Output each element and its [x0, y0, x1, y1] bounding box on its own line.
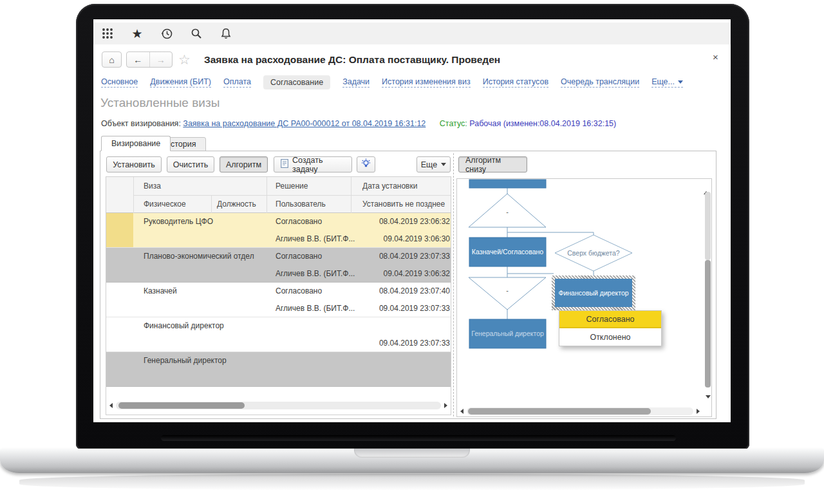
- document-icon: [281, 159, 288, 170]
- section-heading: Установленные визы: [100, 96, 220, 110]
- table-row[interactable]: Генеральный директор: [106, 352, 451, 387]
- app-toolbar: ★: [93, 23, 731, 44]
- nav-link-ochered[interactable]: Очередь трансляции: [561, 77, 639, 88]
- menu-item-rejected[interactable]: Отклонено: [559, 328, 661, 346]
- nav-link-oplata[interactable]: Оплата: [223, 77, 251, 88]
- set-visa-button[interactable]: Установить: [106, 156, 162, 173]
- tab-vizirovanie[interactable]: Визирование: [101, 136, 171, 151]
- object-link[interactable]: Заявка на расходование ДС РА00-000012 от…: [183, 119, 426, 128]
- nav-link-osnovnoe[interactable]: Основное: [101, 77, 138, 88]
- lamp-icon: [361, 158, 371, 171]
- search-icon[interactable]: [190, 27, 203, 40]
- flow-node-top[interactable]: [469, 180, 546, 188]
- flowchart-vertical-scrollbar[interactable]: [704, 180, 712, 402]
- over-budget-label: Сверх бюджета?: [567, 249, 620, 257]
- hint-lamp-button[interactable]: [357, 156, 375, 173]
- back-button[interactable]: ←: [127, 52, 150, 67]
- close-icon[interactable]: ×: [713, 51, 718, 62]
- laptop-mockup: ★: [0, 0, 824, 504]
- status-label: Статус:: [440, 119, 467, 128]
- scroll-thumb[interactable]: [118, 402, 245, 409]
- screen: ★: [93, 19, 731, 422]
- forward-arrow-icon: →: [156, 55, 165, 65]
- nav-link-more[interactable]: Еще...: [651, 77, 683, 88]
- table-row[interactable]: Финансовый директор 09.04.2019 23:07:33: [106, 317, 451, 352]
- menu-grid-icon[interactable]: [101, 27, 114, 40]
- create-task-button[interactable]: Создать задачу: [274, 156, 352, 173]
- col-person: Физическое: [144, 195, 186, 213]
- condition-minus-label: -: [506, 286, 509, 294]
- menu-item-approved[interactable]: Согласовано: [559, 311, 661, 328]
- algorithm-button[interactable]: Алгоритм: [220, 156, 268, 173]
- scroll-right-icon[interactable]: [444, 403, 447, 408]
- col-date-set: Дата установки: [362, 177, 417, 195]
- algorithm-bottom-button[interactable]: Алгоритм снизу: [458, 156, 527, 173]
- treasurer-label: Казначей/Согласовано: [472, 248, 543, 256]
- nav-link-zadachi[interactable]: Задачи: [342, 77, 370, 88]
- scroll-left-icon[interactable]: [460, 409, 464, 414]
- object-row: Объект визирования: Заявка на расходован…: [101, 119, 616, 128]
- nav-link-dvizheniya[interactable]: Движения (БИТ): [150, 77, 211, 88]
- nav-link-istoriya-viz[interactable]: История изменения виз: [382, 77, 471, 88]
- home-icon: ⌂: [109, 55, 114, 65]
- table-horizontal-scrollbar[interactable]: [106, 400, 451, 410]
- object-label: Объект визирования:: [101, 119, 181, 128]
- laptop-reflection: [19, 474, 805, 490]
- forward-button[interactable]: →: [150, 52, 173, 67]
- table-row[interactable]: Казначей Согласовано 08.04.2019 23:07:40…: [106, 283, 451, 317]
- history-nav-buttons: ← →: [126, 51, 173, 68]
- col-position: Должность: [217, 195, 256, 213]
- flowchart-horizontal-scrollbar[interactable]: [457, 406, 703, 416]
- scroll-down-icon[interactable]: [706, 395, 711, 398]
- visa-table: Виза Решение Дата установки Физическое Д…: [106, 176, 451, 415]
- col-user: Пользователь: [276, 195, 326, 213]
- scroll-thumb[interactable]: [468, 408, 651, 415]
- flow-node-fin-director-selected[interactable]: Финансовый директор: [552, 275, 635, 310]
- nav-link-istoriya-statusov[interactable]: История статусов: [483, 77, 548, 88]
- page-title: Заявка на расходование ДС: Оплата постав…: [204, 54, 500, 66]
- table-row[interactable]: Планово-экономический отдел Согласовано …: [106, 248, 451, 283]
- section-nav: Основное Движения (БИТ) Оплата Согласова…: [101, 75, 683, 89]
- gen-director-label: Генеральный директор: [471, 330, 544, 337]
- status-value: Рабочая (изменен:08.04.2019 16:32:15): [469, 119, 616, 128]
- scroll-left-icon[interactable]: [109, 403, 113, 408]
- favorite-toggle-icon[interactable]: ☆: [178, 52, 191, 68]
- col-deadline: Установить не позднее: [362, 195, 445, 213]
- decision-context-menu: Согласовано Отклонено: [559, 310, 662, 346]
- chevron-down-icon: [441, 163, 446, 166]
- condition-minus-label: -: [506, 208, 509, 216]
- visa-table-header: Виза Решение Дата установки Физическое Д…: [106, 177, 451, 213]
- col-decision: Решение: [276, 177, 308, 195]
- nav-link-soglasovanie-active[interactable]: Согласование: [263, 75, 330, 89]
- clear-visa-button[interactable]: Очистить: [167, 156, 214, 173]
- scroll-thumb[interactable]: [705, 260, 711, 387]
- col-visa: Виза: [144, 177, 161, 195]
- fin-director-label: Финансовый директор: [555, 279, 632, 307]
- home-button[interactable]: ⌂: [102, 51, 122, 68]
- pane-splitter[interactable]: [453, 153, 454, 416]
- back-arrow-icon: ←: [133, 55, 142, 65]
- more-button[interactable]: Еще: [417, 156, 451, 173]
- visa-panel: Установить Очистить Алгоритм Создать зад…: [100, 151, 716, 419]
- laptop-hinge: [161, 435, 676, 441]
- notifications-bell-icon[interactable]: [220, 27, 232, 40]
- algorithm-flowchart: - Казначей/Согласовано Сверх бюджета? - …: [456, 178, 712, 417]
- history-icon[interactable]: [160, 27, 173, 40]
- table-row[interactable]: Руководитель ЦФО Согласовано 08.04.2019 …: [106, 213, 451, 248]
- laptop-lid-notch: [354, 449, 470, 458]
- favorites-star-icon[interactable]: ★: [131, 27, 144, 40]
- scroll-right-icon[interactable]: [697, 409, 700, 414]
- chevron-down-icon: [678, 80, 683, 84]
